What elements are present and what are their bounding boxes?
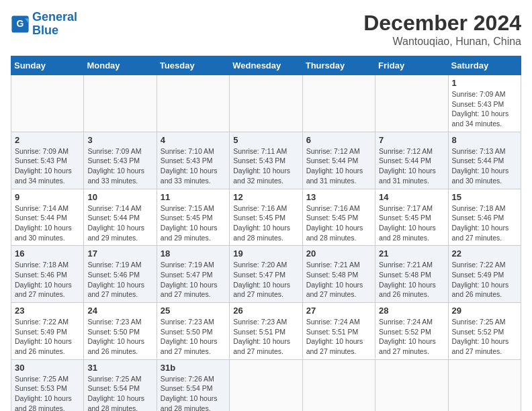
table-row xyxy=(230,75,302,132)
day-info: Sunrise: 7:09 AM Sunset: 5:43 PM Dayligh… xyxy=(87,146,152,186)
day-number: 15 xyxy=(452,192,517,202)
table-row: 18 Sunrise: 7:19 AM Sunset: 5:47 PM Dayl… xyxy=(157,246,229,303)
title-block: December 2024 Wantouqiao, Hunan, China xyxy=(363,11,521,48)
day-info: Sunrise: 7:19 AM Sunset: 5:47 PM Dayligh… xyxy=(161,260,226,300)
table-row: 19 Sunrise: 7:20 AM Sunset: 5:47 PM Dayl… xyxy=(230,246,302,303)
day-info: Sunrise: 7:25 AM Sunset: 5:53 PM Dayligh… xyxy=(15,374,80,411)
day-info: Sunrise: 7:23 AM Sunset: 5:51 PM Dayligh… xyxy=(233,317,298,357)
table-row: 15 Sunrise: 7:18 AM Sunset: 5:46 PM Dayl… xyxy=(448,189,521,246)
day-info: Sunrise: 7:26 AM Sunset: 5:54 PM Dayligh… xyxy=(161,374,226,411)
table-row: 7 Sunrise: 7:12 AM Sunset: 5:44 PM Dayli… xyxy=(375,132,448,189)
day-number: 20 xyxy=(306,248,371,259)
col-wednesday: Wednesday xyxy=(230,56,302,75)
table-row: 24 Sunrise: 7:23 AM Sunset: 5:50 PM Dayl… xyxy=(84,303,157,360)
table-row: 11 Sunrise: 7:15 AM Sunset: 5:45 PM Dayl… xyxy=(157,189,229,246)
col-sunday: Sunday xyxy=(11,56,84,75)
table-row: 20 Sunrise: 7:21 AM Sunset: 5:48 PM Dayl… xyxy=(302,246,375,303)
location-title: Wantouqiao, Hunan, China xyxy=(363,36,521,48)
day-info: Sunrise: 7:21 AM Sunset: 5:48 PM Dayligh… xyxy=(379,260,444,300)
day-info: Sunrise: 7:23 AM Sunset: 5:50 PM Dayligh… xyxy=(161,317,226,357)
day-info: Sunrise: 7:09 AM Sunset: 5:43 PM Dayligh… xyxy=(15,146,80,186)
col-saturday: Saturday xyxy=(448,56,521,75)
page-header: G General Blue December 2024 Wantouqiao,… xyxy=(11,11,521,48)
day-number: 29 xyxy=(452,306,517,316)
logo-text: General Blue xyxy=(32,11,77,38)
calendar-week-row: 30 Sunrise: 7:25 AM Sunset: 5:53 PM Dayl… xyxy=(11,359,521,411)
day-info: Sunrise: 7:19 AM Sunset: 5:46 PM Dayligh… xyxy=(87,260,152,300)
day-info: Sunrise: 7:16 AM Sunset: 5:45 PM Dayligh… xyxy=(233,203,298,243)
day-number: 31b xyxy=(161,363,226,373)
day-info: Sunrise: 7:24 AM Sunset: 5:52 PM Dayligh… xyxy=(379,317,444,357)
day-number: 4 xyxy=(161,135,226,145)
table-row xyxy=(157,75,229,132)
logo-icon: G xyxy=(11,15,30,34)
logo-line2: Blue xyxy=(32,24,58,37)
col-monday: Monday xyxy=(84,56,157,75)
calendar-week-row: 2 Sunrise: 7:09 AM Sunset: 5:43 PM Dayli… xyxy=(11,132,521,189)
table-row: 5 Sunrise: 7:11 AM Sunset: 5:43 PM Dayli… xyxy=(230,132,302,189)
day-info: Sunrise: 7:21 AM Sunset: 5:48 PM Dayligh… xyxy=(306,260,371,300)
table-row: 6 Sunrise: 7:12 AM Sunset: 5:44 PM Dayli… xyxy=(302,132,375,189)
table-row: 27 Sunrise: 7:24 AM Sunset: 5:51 PM Dayl… xyxy=(302,303,375,360)
day-number: 14 xyxy=(379,192,444,202)
day-info: Sunrise: 7:22 AM Sunset: 5:49 PM Dayligh… xyxy=(452,260,517,300)
day-number: 17 xyxy=(87,248,152,259)
table-row: 12 Sunrise: 7:16 AM Sunset: 5:45 PM Dayl… xyxy=(230,189,302,246)
table-row: 10 Sunrise: 7:14 AM Sunset: 5:44 PM Dayl… xyxy=(84,189,157,246)
table-row: 2 Sunrise: 7:09 AM Sunset: 5:43 PM Dayli… xyxy=(11,132,84,189)
table-row: 9 Sunrise: 7:14 AM Sunset: 5:44 PM Dayli… xyxy=(11,189,84,246)
table-row xyxy=(375,75,448,132)
table-row xyxy=(230,359,302,411)
table-row xyxy=(11,75,84,132)
day-number: 10 xyxy=(87,192,152,202)
table-row: 30 Sunrise: 7:25 AM Sunset: 5:53 PM Dayl… xyxy=(11,359,84,411)
day-info: Sunrise: 7:15 AM Sunset: 5:45 PM Dayligh… xyxy=(161,203,226,243)
day-number: 18 xyxy=(161,248,226,259)
day-number: 11 xyxy=(161,192,226,202)
day-number: 7 xyxy=(379,135,444,145)
table-row: 14 Sunrise: 7:17 AM Sunset: 5:45 PM Dayl… xyxy=(375,189,448,246)
day-number: 1 xyxy=(452,78,517,88)
table-row: 1 Sunrise: 7:09 AM Sunset: 5:43 PM Dayli… xyxy=(448,75,521,132)
day-info: Sunrise: 7:17 AM Sunset: 5:45 PM Dayligh… xyxy=(379,203,444,243)
day-info: Sunrise: 7:25 AM Sunset: 5:52 PM Dayligh… xyxy=(452,317,517,357)
day-info: Sunrise: 7:10 AM Sunset: 5:43 PM Dayligh… xyxy=(161,146,226,186)
day-number: 16 xyxy=(15,248,80,259)
day-number: 31 xyxy=(87,363,152,373)
day-number: 12 xyxy=(233,192,298,202)
table-row: 16 Sunrise: 7:18 AM Sunset: 5:46 PM Dayl… xyxy=(11,246,84,303)
day-info: Sunrise: 7:22 AM Sunset: 5:49 PM Dayligh… xyxy=(15,317,80,357)
day-info: Sunrise: 7:23 AM Sunset: 5:50 PM Dayligh… xyxy=(87,317,152,357)
col-friday: Friday xyxy=(375,56,448,75)
day-info: Sunrise: 7:14 AM Sunset: 5:44 PM Dayligh… xyxy=(87,203,152,243)
day-info: Sunrise: 7:09 AM Sunset: 5:43 PM Dayligh… xyxy=(452,89,517,129)
day-info: Sunrise: 7:25 AM Sunset: 5:54 PM Dayligh… xyxy=(87,374,152,411)
svg-text:G: G xyxy=(17,18,24,29)
day-number: 27 xyxy=(306,306,371,316)
table-row: 31 Sunrise: 7:25 AM Sunset: 5:54 PM Dayl… xyxy=(84,359,157,411)
day-number: 3 xyxy=(87,135,152,145)
day-number: 24 xyxy=(87,306,152,316)
day-info: Sunrise: 7:13 AM Sunset: 5:44 PM Dayligh… xyxy=(452,146,517,186)
day-info: Sunrise: 7:16 AM Sunset: 5:45 PM Dayligh… xyxy=(306,203,371,243)
table-row: 29 Sunrise: 7:25 AM Sunset: 5:52 PM Dayl… xyxy=(448,303,521,360)
table-row: 21 Sunrise: 7:21 AM Sunset: 5:48 PM Dayl… xyxy=(375,246,448,303)
calendar-header-row: Sunday Monday Tuesday Wednesday Thursday… xyxy=(11,56,521,75)
day-number: 2 xyxy=(15,135,80,145)
table-row: 22 Sunrise: 7:22 AM Sunset: 5:49 PM Dayl… xyxy=(448,246,521,303)
table-row: 8 Sunrise: 7:13 AM Sunset: 5:44 PM Dayli… xyxy=(448,132,521,189)
day-info: Sunrise: 7:20 AM Sunset: 5:47 PM Dayligh… xyxy=(233,260,298,300)
day-info: Sunrise: 7:18 AM Sunset: 5:46 PM Dayligh… xyxy=(452,203,517,243)
calendar-week-row: 9 Sunrise: 7:14 AM Sunset: 5:44 PM Dayli… xyxy=(11,189,521,246)
day-number: 28 xyxy=(379,306,444,316)
day-number: 13 xyxy=(306,192,371,202)
logo: G General Blue xyxy=(11,11,77,38)
table-row xyxy=(84,75,157,132)
table-row: 28 Sunrise: 7:24 AM Sunset: 5:52 PM Dayl… xyxy=(375,303,448,360)
day-number: 26 xyxy=(233,306,298,316)
logo-line1: General xyxy=(32,10,77,24)
day-number: 8 xyxy=(452,135,517,145)
day-number: 23 xyxy=(15,306,80,316)
calendar-table: Sunday Monday Tuesday Wednesday Thursday… xyxy=(11,56,521,411)
day-number: 30 xyxy=(15,363,80,373)
